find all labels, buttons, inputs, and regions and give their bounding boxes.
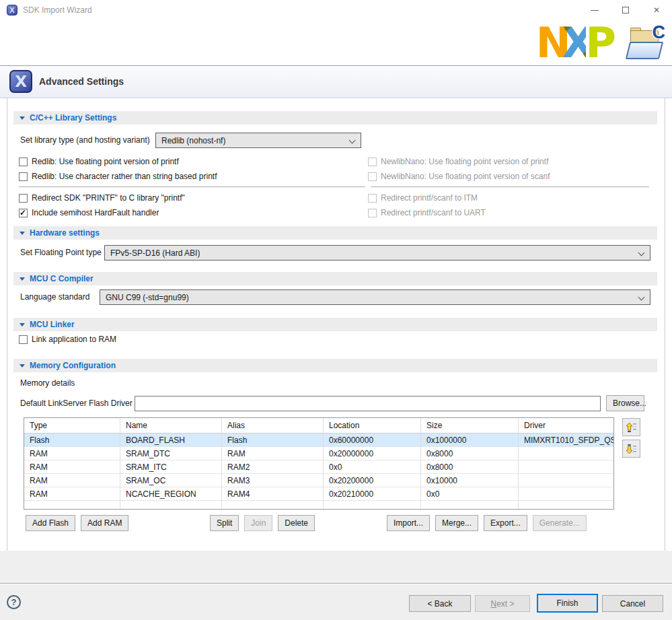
cell: [519, 474, 613, 487]
table-row-board-flash[interactable]: Flash BOARD_FLASH Flash 0x60000000 0x100…: [24, 434, 613, 447]
close-button[interactable]: ✕: [641, 0, 672, 20]
memory-details-label: Memory details: [20, 376, 75, 390]
page-title: Advanced Settings: [39, 76, 124, 87]
collapse-triangle-icon: [20, 232, 25, 235]
title-bar: X SDK Import Wizard — ✕: [0, 0, 672, 20]
table-row-sram-oc[interactable]: RAM SRAM_OC RAM3 0x20200000 0x10000: [24, 474, 613, 487]
export-button[interactable]: Export...: [484, 515, 527, 531]
cell: RAM2: [222, 460, 324, 474]
checkbox-label: NewlibNano: Use floating point version o…: [381, 172, 550, 181]
floating-point-combo[interactable]: FPv5-SP-D16 (Hard ABI): [104, 245, 650, 261]
export-label: Export...: [490, 518, 521, 528]
delete-button[interactable]: Delete: [278, 515, 315, 531]
col-driver: Driver: [519, 418, 613, 434]
cell: 0x20000000: [324, 447, 421, 460]
help-button[interactable]: ?: [7, 595, 21, 609]
checkbox-newlibnano-scanf: NewlibNano: Use floating point version o…: [368, 171, 550, 182]
library-type-combo[interactable]: Redlib (nohost-nf): [155, 133, 361, 148]
section-title: MCU C Compiler: [30, 274, 94, 283]
generate-button: Generate...: [533, 515, 587, 531]
collapse-triangle-icon: [20, 323, 25, 326]
cell: 0x10000: [421, 474, 519, 487]
finish-button[interactable]: Finish: [537, 594, 598, 613]
flash-driver-input[interactable]: [135, 396, 601, 411]
chevron-down-icon: [638, 250, 645, 256]
col-type: Type: [24, 418, 120, 434]
window-title: SDK Import Wizard: [23, 5, 92, 15]
checkbox-icon: [19, 172, 28, 181]
move-down-icon: [626, 443, 638, 455]
add-ram-button[interactable]: Add RAM: [81, 515, 128, 531]
cell: [421, 501, 519, 509]
finish-label: Finish: [538, 598, 597, 608]
checkbox-icon: [19, 158, 28, 166]
move-up-button[interactable]: [622, 418, 640, 436]
cell: 0x1000000: [421, 434, 519, 447]
add-flash-button[interactable]: Add Flash: [26, 515, 75, 531]
section-library-settings[interactable]: C/C++ Library Settings: [13, 111, 657, 125]
browse-button[interactable]: Browse...: [606, 395, 644, 411]
checkbox-label: Redirect printf/scanf to ITM: [381, 193, 478, 203]
cell: BOARD_FLASH: [120, 434, 222, 447]
checkbox-redirect-sdk-printf[interactable]: Redirect SDK "PRINTF" to C library "prin…: [19, 193, 185, 203]
cell: [222, 501, 324, 509]
move-down-button[interactable]: [622, 440, 640, 458]
table-row-sram-dtc[interactable]: RAM SRAM_DTC RAM 0x20000000 0x8000: [24, 447, 613, 460]
collapse-triangle-icon: [20, 277, 25, 281]
divider: [371, 186, 649, 187]
cell: RAM: [24, 460, 120, 474]
table-header-row: Type Name Alias Location Size Driver: [24, 418, 613, 434]
cell: 0x20210000: [324, 487, 421, 501]
cell: RAM: [24, 487, 120, 501]
language-standard-combo[interactable]: GNU C99 (-std=gnu99): [100, 289, 650, 305]
import-label: Import...: [394, 518, 423, 528]
checkbox-label: NewlibNano: Use floating point version o…: [381, 157, 548, 166]
minimize-button[interactable]: —: [579, 0, 610, 20]
cell: [519, 501, 613, 509]
section-mcu-linker[interactable]: MCU Linker: [13, 318, 657, 331]
checkbox-label: Redirect SDK "PRINTF" to C library "prin…: [32, 193, 185, 203]
col-size: Size: [421, 418, 519, 434]
floating-point-value: FPv5-SP-D16 (Hard ABI): [110, 248, 200, 258]
maximize-button[interactable]: [610, 0, 641, 20]
table-row-sram-itc[interactable]: RAM SRAM_ITC RAM2 0x0 0x8000: [24, 460, 613, 474]
cancel-button[interactable]: Cancel: [602, 595, 663, 612]
checkbox-redlib-float-printf[interactable]: Redlib: Use floating point version of pr…: [19, 156, 179, 167]
divider: [19, 186, 365, 187]
table-row-ncache-region[interactable]: RAM NCACHE_REGION RAM4 0x20210000 0x0: [24, 487, 613, 501]
import-button[interactable]: Import...: [387, 515, 430, 531]
checkbox-redlib-char-printf[interactable]: Redlib: Use character rather than string…: [19, 171, 217, 182]
section-hardware-settings[interactable]: Hardware settings: [13, 226, 657, 240]
cell: NCACHE_REGION: [120, 487, 222, 501]
split-button[interactable]: Split: [210, 515, 239, 531]
col-location: Location: [324, 418, 421, 434]
cell: 0x8000: [421, 460, 519, 474]
checkbox-icon: [368, 158, 377, 166]
c-project-folder-icon: C: [626, 25, 667, 61]
cell: MIMXRT1010_SFDP_QS...: [519, 434, 613, 447]
language-standard-value: GNU C99 (-std=gnu99): [106, 293, 189, 302]
join-button: Join: [244, 515, 272, 531]
merge-button[interactable]: Merge...: [435, 515, 478, 531]
back-button[interactable]: < Back: [409, 595, 471, 612]
col-alias: Alias: [222, 418, 324, 434]
section-mcu-c-compiler[interactable]: MCU C Compiler: [13, 272, 657, 285]
section-title: C/C++ Library Settings: [30, 113, 116, 123]
add-flash-label: Add Flash: [32, 518, 69, 528]
window-controls: — ✕: [579, 0, 672, 20]
nxp-letter-p: P: [586, 23, 617, 63]
memory-table: Type Name Alias Location Size Driver Fla…: [24, 417, 614, 510]
checkbox-newlibnano-printf: NewlibNano: Use floating point version o…: [368, 156, 548, 167]
join-label: Join: [251, 518, 266, 528]
cell: [120, 501, 222, 509]
cell: 0x8000: [421, 447, 519, 460]
nxp-logo: N X P: [536, 23, 617, 63]
checkbox-link-to-ram[interactable]: Link application to RAM: [19, 334, 116, 345]
section-memory-configuration[interactable]: Memory Configuration: [13, 359, 657, 372]
checkbox-label: Redlib: Use character rather than string…: [32, 172, 217, 181]
checkbox-semihost-hardfault[interactable]: Include semihost HardFault handler: [19, 207, 159, 218]
checkbox-label: Include semihost HardFault handler: [32, 208, 159, 217]
cell: SRAM_ITC: [120, 460, 222, 474]
col-name: Name: [120, 418, 222, 434]
library-type-label: Set library type (and hosting variant): [20, 133, 150, 147]
